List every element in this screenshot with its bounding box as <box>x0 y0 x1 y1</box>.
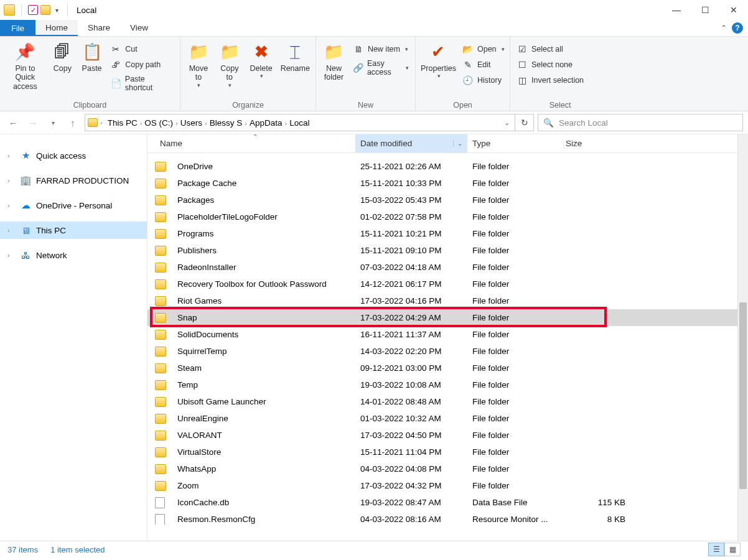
copyto-button[interactable]: 📁 Copy to▾ <box>215 39 244 91</box>
ribbon-collapse-icon[interactable]: ⌃ <box>721 24 727 32</box>
cut-button[interactable]: ✂Cut <box>108 42 176 57</box>
file-row[interactable]: VALORANT17-03-2022 04:50 PMFile folder <box>147 427 748 444</box>
nav-recent-button[interactable]: ▾ <box>45 114 61 131</box>
file-row[interactable]: IconCache.db19-03-2022 08:47 AMData Base… <box>147 494 748 511</box>
qat-newfolder-icon[interactable] <box>40 5 50 15</box>
search-placeholder: Search Local <box>559 118 608 128</box>
tab-file[interactable]: File <box>0 20 35 36</box>
close-button[interactable]: ✕ <box>719 0 748 20</box>
navitem-quickaccess[interactable]: › ★ Quick access <box>0 147 147 164</box>
file-row[interactable]: Programs15-11-2021 10:21 PMFile folder <box>147 225 748 242</box>
history-button[interactable]: 🕘History <box>460 73 507 88</box>
column-header-date[interactable]: Date modified ⌄ <box>355 134 467 152</box>
copy-button[interactable]: 🗐 Copy <box>49 39 76 75</box>
easyaccess-button[interactable]: 🔗Easy access▾ <box>350 57 411 78</box>
breadcrumb-segment[interactable]: Local <box>287 118 312 128</box>
paste-button[interactable]: 📋 Paste <box>78 39 105 75</box>
navitem-thispc[interactable]: › 🖥 This PC <box>0 222 147 239</box>
address-dropdown-icon[interactable]: ⌄ <box>499 119 515 127</box>
breadcrumb-segment[interactable]: AppData <box>247 118 285 128</box>
file-row[interactable]: Package Cache15-11-2021 10:33 PMFile fol… <box>147 175 748 192</box>
newitem-button[interactable]: 🗎New item▾ <box>350 42 411 57</box>
expand-icon[interactable]: › <box>7 202 15 209</box>
help-icon[interactable]: ? <box>732 22 743 34</box>
copypath-icon: 🖇 <box>110 59 121 70</box>
folder-icon <box>155 179 166 189</box>
file-row[interactable]: Publishers15-11-2021 09:10 PMFile folder <box>147 242 748 259</box>
expand-icon[interactable]: › <box>7 152 15 159</box>
ribbon-group-new: 📁 New folder 🗎New item▾ 🔗Easy access▾ Ne… <box>316 37 416 111</box>
delete-button[interactable]: ✖ Delete▾ <box>246 39 276 82</box>
minimize-button[interactable]: ― <box>662 0 691 20</box>
tab-share[interactable]: Share <box>78 20 120 36</box>
largeicons-view-button[interactable]: ▦ <box>724 543 741 556</box>
breadcrumb-segment[interactable]: This PC <box>105 118 140 128</box>
file-row[interactable]: Recovery Toolbox for Outlook Password14-… <box>147 276 748 292</box>
file-row[interactable]: UnrealEngine01-03-2022 10:32 AMFile fold… <box>147 410 748 427</box>
chevron-down-icon[interactable]: ⌄ <box>453 140 462 147</box>
scrollbar-thumb[interactable] <box>739 302 747 489</box>
file-row[interactable]: OneDrive25-11-2021 02:26 AMFile folder <box>147 158 748 175</box>
rename-button[interactable]: ⌶ Rename <box>279 39 312 75</box>
chevron-right-icon[interactable]: › <box>100 119 103 126</box>
file-row[interactable]: Packages15-03-2022 05:43 PMFile folder <box>147 192 748 208</box>
breadcrumb-segment[interactable]: OS (C:) <box>142 118 175 128</box>
file-row[interactable]: PlaceholderTileLogoFolder01-02-2022 07:5… <box>147 208 748 225</box>
expand-icon[interactable]: › <box>7 226 15 234</box>
file-row[interactable]: Steam09-12-2021 03:00 PMFile folder <box>147 360 748 376</box>
search-input[interactable]: 🔍 Search Local <box>538 114 743 131</box>
selectall-button[interactable]: ☑Select all <box>514 42 586 57</box>
tab-view[interactable]: View <box>120 20 158 36</box>
pin-quickaccess-button[interactable]: 📌 Pin to Quick access <box>4 39 47 93</box>
nav-back-button[interactable]: ← <box>5 114 21 131</box>
file-name: PlaceholderTileLogoFolder <box>177 212 355 222</box>
file-name: VirtualStore <box>177 447 355 457</box>
column-header-size[interactable]: Size <box>561 134 635 152</box>
file-row[interactable]: Snap17-03-2022 04:29 AMFile folder <box>147 309 748 326</box>
newfolder-button[interactable]: 📁 New folder <box>320 39 348 85</box>
copypath-button[interactable]: 🖇Copy path <box>108 57 176 72</box>
pasteshortcut-button[interactable]: 📄Paste shortcut <box>108 73 176 94</box>
nav-forward-button[interactable]: → <box>25 114 41 131</box>
folder-icon <box>155 347 166 357</box>
navitem-onedrive[interactable]: › ☁ OneDrive - Personal <box>0 197 147 214</box>
file-row[interactable]: SquirrelTemp14-03-2022 02:20 PMFile fold… <box>147 343 748 360</box>
qat-properties-icon[interactable]: ✓ <box>28 5 38 15</box>
file-type: File folder <box>467 162 561 171</box>
file-row[interactable]: Zoom17-03-2022 04:32 PMFile folder <box>147 477 748 494</box>
nav-up-button[interactable]: ↑ <box>65 114 81 131</box>
properties-button[interactable]: ✔ Properties▾ <box>419 39 457 82</box>
file-row[interactable]: WhatsApp04-03-2022 04:08 PMFile folder <box>147 460 748 477</box>
group-label-open: Open <box>419 100 506 110</box>
file-row[interactable]: Resmon.ResmonCfg04-03-2022 08:16 AMResou… <box>147 511 748 525</box>
details-view-button[interactable]: ☰ <box>708 543 724 556</box>
edit-button[interactable]: ✎Edit <box>460 57 507 72</box>
invertselection-button[interactable]: ◫Invert selection <box>514 73 586 88</box>
breadcrumb-segment[interactable]: Users <box>178 118 205 128</box>
vertical-scrollbar[interactable] <box>737 134 748 541</box>
expand-icon[interactable]: › <box>7 177 15 184</box>
moveto-button[interactable]: 📁 Move to▾ <box>184 39 213 91</box>
qat-customize-icon[interactable]: ▾ <box>53 7 61 14</box>
expand-icon[interactable]: › <box>7 251 15 259</box>
open-button[interactable]: 📂Open▾ <box>460 42 507 57</box>
navitem-farrad[interactable]: › 🏢 FARRAD PRODUCTION <box>0 172 147 189</box>
column-header-type[interactable]: Type <box>467 134 561 152</box>
breadcrumb-segment[interactable]: Blessy S <box>207 118 245 128</box>
file-row[interactable]: Temp19-03-2022 10:08 AMFile folder <box>147 376 748 393</box>
refresh-button[interactable]: ↻ <box>515 114 534 131</box>
selectnone-button[interactable]: ☐Select none <box>514 57 586 72</box>
file-row[interactable]: Riot Games17-03-2022 04:16 PMFile folder <box>147 292 748 309</box>
file-row[interactable]: Ubisoft Game Launcher14-01-2022 08:48 AM… <box>147 393 748 410</box>
file-date: 01-02-2022 07:58 PM <box>355 212 467 222</box>
maximize-button[interactable]: ☐ <box>691 0 719 20</box>
file-row[interactable]: VirtualStore15-11-2021 11:04 PMFile fold… <box>147 444 748 460</box>
address-bar[interactable]: › This PC›OS (C:)›Users›Blessy S›AppData… <box>85 114 515 131</box>
file-row-clipped[interactable] <box>147 153 748 158</box>
file-row[interactable]: RadeonInstaller07-03-2022 04:18 AMFile f… <box>147 259 748 276</box>
navitem-network[interactable]: › 🖧 Network <box>0 246 147 264</box>
file-row[interactable]: SolidDocuments16-11-2021 11:37 AMFile fo… <box>147 326 748 343</box>
tab-home[interactable]: Home <box>35 20 78 36</box>
column-header-name[interactable]: Name ⌃ <box>155 134 355 152</box>
file-date: 04-03-2022 04:08 PM <box>355 464 467 474</box>
